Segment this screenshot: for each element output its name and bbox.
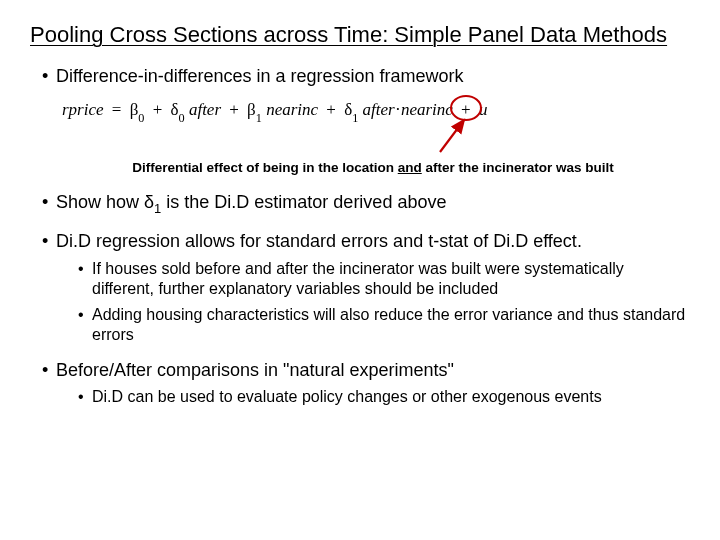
- b3-text: Di.D regression allows for standard erro…: [56, 231, 582, 251]
- equation-block: rprice = β0 + δ0 after + β1 nearinc + δ1…: [62, 98, 690, 132]
- eq-beta1: β1: [247, 100, 262, 119]
- eq-plus-1: +: [149, 100, 167, 119]
- eq-u: u: [479, 100, 488, 119]
- eq-equals: =: [108, 100, 126, 119]
- b3s1-text: If houses sold before and after the inci…: [92, 260, 624, 297]
- bullet-show-delta1: Show how δ1 is the Di.D estimator derive…: [42, 191, 690, 217]
- bullet-did-framework: Difference-in-differences in a regressio…: [42, 65, 690, 176]
- eq-delta0: δ0: [171, 100, 185, 119]
- slide: Pooling Cross Sections across Time: Simp…: [0, 0, 720, 540]
- slide-title: Pooling Cross Sections across Time: Simp…: [30, 22, 690, 47]
- sub-list-2: Di.D can be used to evaluate policy chan…: [56, 387, 690, 407]
- eq-plus-2: +: [225, 100, 243, 119]
- sub-bullet-housing: Adding housing characteristics will also…: [78, 305, 690, 345]
- b3s2-text: Adding housing characteristics will also…: [92, 306, 685, 343]
- eq-nearinc-1: nearinc: [266, 100, 318, 119]
- svg-line-0: [440, 120, 464, 152]
- bullet-did-regression: Di.D regression allows for standard erro…: [42, 230, 690, 345]
- caption-post: after the incinerator was built: [422, 160, 614, 175]
- eq-beta0: β0: [130, 100, 145, 119]
- eq-plus-4: +: [457, 100, 475, 119]
- equation-caption: Differential effect of being in the loca…: [56, 160, 690, 177]
- eq-delta1: δ1: [344, 100, 358, 119]
- bullet-natural-experiments: Before/After comparisons in "natural exp…: [42, 359, 690, 408]
- eq-lhs: rprice: [62, 100, 104, 119]
- sub-bullet-explanatory: If houses sold before and after the inci…: [78, 259, 690, 299]
- sub-list-1: If houses sold before and after the inci…: [56, 259, 690, 345]
- regression-equation: rprice = β0 + δ0 after + β1 nearinc + δ1…: [62, 100, 487, 119]
- eq-after-2: after: [363, 100, 395, 119]
- bullet-list: Difference-in-differences in a regressio…: [30, 65, 690, 407]
- caption-pre: Differential effect of being in the loca…: [132, 160, 398, 175]
- b2-post: is the Di.D estimator derived above: [161, 192, 446, 212]
- eq-after-1: after: [189, 100, 221, 119]
- b4-text: Before/After comparisons in "natural exp…: [56, 360, 454, 380]
- b2-pre: Show how: [56, 192, 144, 212]
- eq-nearinc-2: nearinc: [401, 100, 453, 119]
- bullet-text: Difference-in-differences in a regressio…: [56, 66, 464, 86]
- arrow-icon: [430, 114, 480, 156]
- caption-and: and: [398, 160, 422, 175]
- b4s1-text: Di.D can be used to evaluate policy chan…: [92, 388, 602, 405]
- sub-bullet-policy: Di.D can be used to evaluate policy chan…: [78, 387, 690, 407]
- b2-delta1: δ1: [144, 192, 161, 212]
- eq-plus-3: +: [322, 100, 340, 119]
